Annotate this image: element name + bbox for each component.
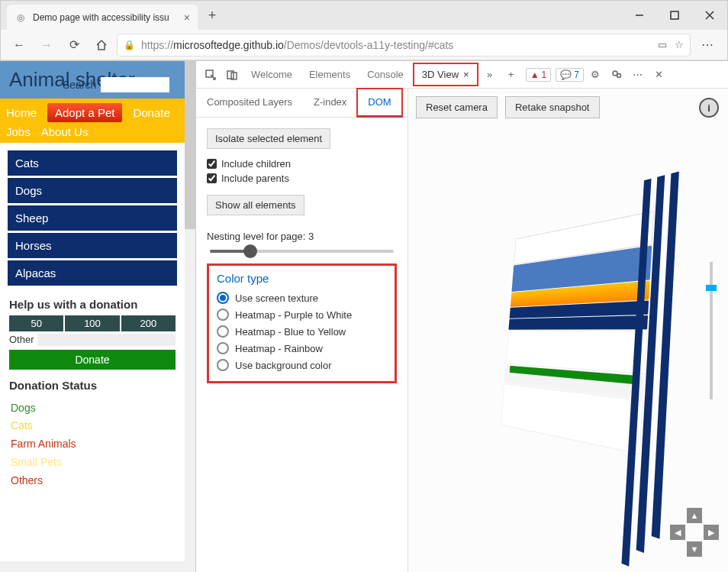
nav-donate[interactable]: Donate <box>133 106 169 119</box>
reader-icon[interactable]: ▭ <box>658 39 667 50</box>
device-icon[interactable] <box>222 65 242 85</box>
color-option[interactable]: Heatmap - Blue to Yellow <box>217 323 387 340</box>
tab-console[interactable]: Console <box>359 64 411 85</box>
more-icon[interactable]: ⋯ <box>628 65 648 85</box>
nesting-label: Nesting level for page: 3 <box>207 231 397 242</box>
browser-menu-button[interactable]: ⋯ <box>694 37 721 52</box>
scrollbar-vertical[interactable] <box>185 61 195 572</box>
tab-3d-view[interactable]: 3D View× <box>413 63 478 86</box>
include-parents-checkbox[interactable]: Include parents <box>207 171 397 186</box>
lock-icon: 🔒 <box>124 40 135 50</box>
status-item: Others <box>11 472 174 490</box>
list-item[interactable]: Horses <box>8 233 177 258</box>
status-heading: Donation Status <box>0 374 185 396</box>
donate-amount-button[interactable]: 100 <box>65 315 119 331</box>
color-type-group: Color type Use screen texture Heatmap - … <box>207 263 397 383</box>
new-tab-button[interactable]: + <box>201 4 224 27</box>
show-all-button[interactable]: Show all elements <box>207 195 304 215</box>
more-tabs-icon[interactable]: » <box>480 65 500 85</box>
donate-amount-button[interactable]: 50 <box>9 315 63 331</box>
list-item[interactable]: Cats <box>8 150 177 176</box>
info-icon[interactable]: i <box>699 98 719 118</box>
scrollbar-horizontal[interactable] <box>0 561 185 572</box>
subtab-composited[interactable]: Composited Layers <box>196 89 303 117</box>
page-viewport: Animal shelter Search Home Adopt a Pet D… <box>0 61 195 572</box>
devtools-sidebar: Composited Layers Z-index DOM Isolate se… <box>196 89 408 572</box>
info-badge[interactable]: 💬 7 <box>556 68 584 82</box>
pan-dpad: ▲ ▼ ◀ ▶ <box>670 508 719 557</box>
other-input[interactable] <box>37 334 176 346</box>
close-icon[interactable]: × <box>463 69 469 80</box>
forward-button[interactable]: → <box>34 33 59 57</box>
pan-left-button[interactable]: ◀ <box>670 525 685 540</box>
list-item[interactable]: Alpacas <box>8 260 177 286</box>
window-close-button[interactable] <box>692 3 727 28</box>
color-option[interactable]: Use screen texture <box>217 289 387 306</box>
3d-viewport[interactable]: Reset camera Retake snapshot i <box>408 89 728 572</box>
refresh-button[interactable]: ⟳ <box>62 33 86 57</box>
color-option[interactable]: Use background color <box>217 357 387 373</box>
list-item[interactable]: Dogs <box>8 178 177 203</box>
window-minimize-button[interactable] <box>622 3 657 28</box>
status-item: Cats <box>11 417 174 435</box>
url-box[interactable]: 🔒 https://microsoftedge.github.io/Demos/… <box>117 34 691 57</box>
nav-about[interactable]: About Us <box>41 125 89 138</box>
reset-camera-button[interactable]: Reset camera <box>416 96 498 118</box>
navbar: Home Adopt a Pet Donate Jobs About Us <box>0 99 185 143</box>
inspect-icon[interactable] <box>201 65 221 85</box>
devtools-tabbar: Welcome Elements Console 3D View× » + ▲ … <box>196 61 728 89</box>
search-input[interactable] <box>101 77 169 92</box>
titlebar: ◎ Demo page with accessibility issu × + <box>1 1 727 30</box>
tab-elements[interactable]: Elements <box>301 64 358 85</box>
nav-home[interactable]: Home <box>6 106 37 119</box>
error-badge[interactable]: ▲ 1 <box>526 68 552 82</box>
3d-visualization <box>501 211 654 455</box>
status-item: Small Pets <box>11 454 174 472</box>
svg-point-8 <box>617 73 620 77</box>
status-list: Dogs Cats Farm Animals Small Pets Others <box>0 396 185 493</box>
tab-favicon: ◎ <box>14 11 27 24</box>
settings-icon[interactable]: ⚙ <box>585 65 605 85</box>
hero: Animal shelter Search <box>0 61 185 99</box>
status-item: Dogs <box>11 399 174 418</box>
subtab-dom[interactable]: DOM <box>357 89 401 117</box>
search-label: Search <box>63 79 96 91</box>
devtools-close-icon[interactable]: ✕ <box>649 65 669 85</box>
color-option[interactable]: Heatmap - Purple to White <box>217 306 387 323</box>
window-maximize-button[interactable] <box>657 3 692 28</box>
status-item: Farm Animals <box>11 435 174 454</box>
url-text: https://microsoftedge.github.io/Demos/de… <box>141 39 453 51</box>
donate-amount-button[interactable]: 200 <box>121 315 176 331</box>
back-button[interactable]: ← <box>7 33 31 57</box>
home-button[interactable] <box>89 33 114 57</box>
feedback-icon[interactable] <box>607 65 627 85</box>
color-type-heading: Color type <box>217 272 387 285</box>
favorite-icon[interactable]: ☆ <box>675 39 684 50</box>
color-option[interactable]: Heatmap - Rainbow <box>217 340 387 357</box>
tab-close-icon[interactable]: × <box>184 11 190 24</box>
pan-right-button[interactable]: ▶ <box>704 525 719 540</box>
pan-up-button[interactable]: ▲ <box>687 508 702 523</box>
svg-rect-1 <box>671 11 678 19</box>
donate-button[interactable]: Donate <box>9 350 176 370</box>
tab-title: Demo page with accessibility issu <box>33 12 178 23</box>
devtools: Welcome Elements Console 3D View× » + ▲ … <box>195 61 728 572</box>
nesting-slider[interactable] <box>210 250 394 253</box>
address-bar: ← → ⟳ 🔒 https://microsoftedge.github.io/… <box>1 30 727 60</box>
tab-welcome[interactable]: Welcome <box>243 64 300 85</box>
animal-list: Cats Dogs Sheep Horses Alpacas <box>0 143 185 293</box>
zoom-slider[interactable] <box>710 262 713 399</box>
nav-jobs[interactable]: Jobs <box>6 125 31 138</box>
donation-heading: Help us with a donation <box>0 293 185 315</box>
nav-adopt[interactable]: Adopt a Pet <box>47 103 122 122</box>
include-children-checkbox[interactable]: Include children <box>207 157 397 171</box>
subtab-zindex[interactable]: Z-index <box>303 89 357 117</box>
retake-snapshot-button[interactable]: Retake snapshot <box>505 96 600 118</box>
list-item[interactable]: Sheep <box>8 205 177 231</box>
browser-tab[interactable]: ◎ Demo page with accessibility issu × <box>7 5 198 30</box>
isolate-button[interactable]: Isolate selected element <box>207 128 330 149</box>
add-tab-icon[interactable]: + <box>501 65 521 85</box>
other-label: Other <box>9 334 34 345</box>
pan-down-button[interactable]: ▼ <box>687 541 702 557</box>
